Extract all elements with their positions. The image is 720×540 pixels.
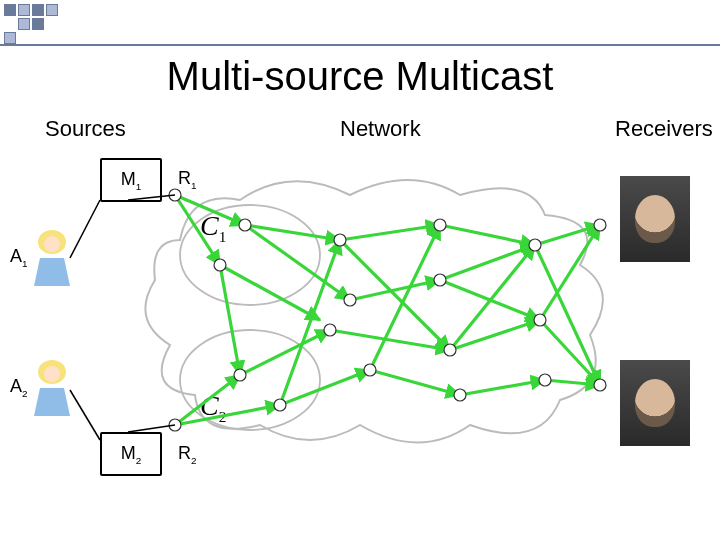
deco-square bbox=[18, 18, 30, 30]
svg-line-32 bbox=[545, 380, 600, 385]
svg-point-44 bbox=[434, 219, 446, 231]
svg-line-22 bbox=[370, 225, 440, 370]
svg-point-36 bbox=[239, 219, 251, 231]
svg-line-14 bbox=[280, 370, 370, 405]
svg-point-45 bbox=[434, 274, 446, 286]
source-avatar-a2 bbox=[30, 358, 74, 418]
svg-point-40 bbox=[334, 234, 346, 246]
page-title: Multi-source Multicast bbox=[0, 54, 720, 99]
receiver-photo-b2 bbox=[620, 360, 690, 446]
svg-line-53 bbox=[70, 200, 100, 258]
deco-square bbox=[32, 4, 44, 16]
svg-point-4 bbox=[180, 205, 320, 305]
svg-point-43 bbox=[364, 364, 376, 376]
svg-line-15 bbox=[220, 265, 240, 375]
svg-point-42 bbox=[324, 324, 336, 336]
face-icon bbox=[635, 379, 675, 427]
svg-point-50 bbox=[539, 374, 551, 386]
deco-square bbox=[32, 18, 44, 30]
svg-point-1 bbox=[44, 236, 60, 252]
svg-point-52 bbox=[594, 379, 606, 391]
svg-point-47 bbox=[454, 389, 466, 401]
source-label-a2: A2 bbox=[10, 376, 28, 399]
svg-point-37 bbox=[214, 259, 226, 271]
svg-point-48 bbox=[529, 239, 541, 251]
svg-point-39 bbox=[274, 399, 286, 411]
svg-line-26 bbox=[460, 380, 545, 395]
svg-point-49 bbox=[534, 314, 546, 326]
header-rule bbox=[0, 44, 720, 46]
column-label-network: Network bbox=[340, 116, 421, 142]
receiver-photo-b1 bbox=[620, 176, 690, 262]
svg-line-17 bbox=[340, 225, 440, 240]
svg-point-3 bbox=[44, 366, 60, 382]
svg-line-11 bbox=[245, 225, 340, 240]
svg-line-23 bbox=[440, 225, 535, 245]
column-label-receivers: Receivers bbox=[615, 116, 713, 142]
svg-point-35 bbox=[169, 419, 181, 431]
svg-point-41 bbox=[344, 294, 356, 306]
svg-line-55 bbox=[70, 390, 100, 440]
network-cloud bbox=[140, 170, 610, 450]
deco-square bbox=[46, 4, 58, 16]
svg-point-46 bbox=[444, 344, 456, 356]
svg-point-34 bbox=[169, 189, 181, 201]
source-avatar-a1 bbox=[30, 228, 74, 288]
message-label: M2 bbox=[121, 443, 142, 466]
column-label-sources: Sources bbox=[45, 116, 126, 142]
svg-point-51 bbox=[594, 219, 606, 231]
svg-line-10 bbox=[220, 265, 320, 320]
deco-square bbox=[4, 4, 16, 16]
svg-line-16 bbox=[280, 240, 340, 405]
svg-point-38 bbox=[234, 369, 246, 381]
source-label-a1: A1 bbox=[10, 246, 28, 269]
deco-square bbox=[4, 32, 16, 44]
face-icon bbox=[635, 195, 675, 243]
deco-square bbox=[18, 4, 30, 16]
message-label: M1 bbox=[121, 169, 142, 192]
svg-line-20 bbox=[370, 370, 460, 395]
